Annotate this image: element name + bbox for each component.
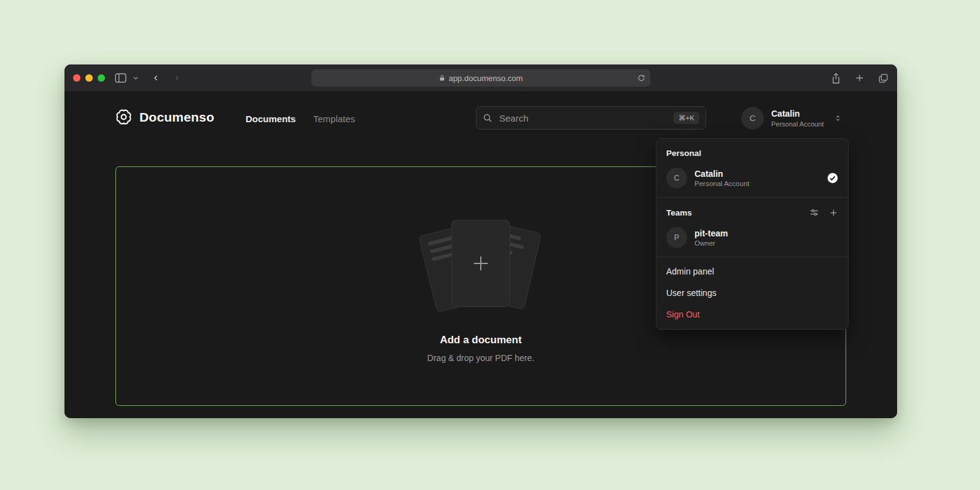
sidebar-icon xyxy=(115,73,126,83)
browser-toolbar: app.documenso.com xyxy=(64,64,897,92)
dropzone-title: Add a document xyxy=(440,334,521,346)
minimize-window-button[interactable] xyxy=(85,74,93,82)
lock-icon xyxy=(439,74,445,82)
reload-icon xyxy=(637,74,645,82)
plus-icon xyxy=(470,253,491,274)
team-avatar: P xyxy=(666,227,687,248)
account-subtitle: Personal Account xyxy=(771,120,824,128)
brand-name: Documenso xyxy=(139,110,214,125)
search-input[interactable] xyxy=(498,112,668,124)
create-team-button[interactable] xyxy=(829,208,838,217)
personal-section-label: Personal xyxy=(656,142,848,163)
sidebar-toggle-button[interactable] xyxy=(115,73,126,83)
account-menu-trigger[interactable]: C Catalin Personal Account xyxy=(741,107,842,130)
traffic-lights xyxy=(73,74,105,82)
nav-documents[interactable]: Documents xyxy=(246,114,296,124)
teams-section-label: Teams xyxy=(666,208,692,217)
chevron-down-icon xyxy=(133,75,139,81)
app-page: Documenso Documents Templates ⌘+K C Cata… xyxy=(64,92,897,418)
chevron-right-icon xyxy=(173,72,181,84)
search-box[interactable]: ⌘+K xyxy=(476,106,706,130)
dropzone-subtitle: Drag & drop your PDF here. xyxy=(427,353,534,363)
team-item[interactable]: P pit-team Owner xyxy=(656,222,848,253)
search-shortcut-badge: ⌘+K xyxy=(674,112,699,124)
manage-teams-button[interactable] xyxy=(809,208,819,217)
new-tab-button[interactable] xyxy=(855,73,865,83)
forward-button[interactable] xyxy=(173,72,181,84)
share-button[interactable] xyxy=(831,72,841,84)
sign-out-menu-item[interactable]: Sign Out xyxy=(656,304,848,325)
personal-account-subtitle: Personal Account xyxy=(694,180,750,187)
url-text: app.documenso.com xyxy=(449,74,523,83)
nav-templates[interactable]: Templates xyxy=(313,114,355,124)
teams-section-header: Teams xyxy=(656,201,848,222)
menu-divider xyxy=(656,197,848,198)
sidebar-menu-button[interactable] xyxy=(133,75,139,81)
team-role: Owner xyxy=(694,239,728,247)
share-icon xyxy=(831,72,841,84)
chevron-left-icon xyxy=(152,72,160,84)
user-settings-menu-item[interactable]: User settings xyxy=(656,282,848,304)
selected-check-icon xyxy=(827,173,838,184)
tabs-icon xyxy=(878,73,889,84)
search-icon xyxy=(483,113,492,123)
personal-account-avatar: C xyxy=(666,168,687,189)
personal-account-name: Catalin xyxy=(694,169,750,179)
zoom-window-button[interactable] xyxy=(98,74,105,82)
menu-divider xyxy=(656,257,848,257)
account-dropdown-menu: Personal C Catalin Personal Account Team… xyxy=(656,138,849,330)
illustration-card-front xyxy=(451,220,510,307)
back-button[interactable] xyxy=(152,72,160,84)
account-avatar: C xyxy=(741,107,764,130)
brand[interactable]: Documenso xyxy=(115,109,214,125)
documenso-logo-icon xyxy=(115,109,132,125)
plus-icon xyxy=(829,208,838,217)
sliders-icon xyxy=(809,208,819,217)
personal-account-item[interactable]: C Catalin Personal Account xyxy=(656,163,848,193)
close-window-button[interactable] xyxy=(73,74,80,82)
team-name: pit-team xyxy=(694,228,728,239)
admin-panel-menu-item[interactable]: Admin panel xyxy=(656,261,848,282)
account-name: Catalin xyxy=(771,109,824,119)
address-bar[interactable]: app.documenso.com xyxy=(311,69,650,87)
plus-icon xyxy=(855,73,865,83)
browser-window: app.documenso.com xyxy=(64,64,897,418)
chevrons-up-down-icon xyxy=(834,114,842,123)
documents-illustration xyxy=(413,219,548,312)
reload-button[interactable] xyxy=(637,74,645,82)
tab-overview-button[interactable] xyxy=(878,73,889,84)
